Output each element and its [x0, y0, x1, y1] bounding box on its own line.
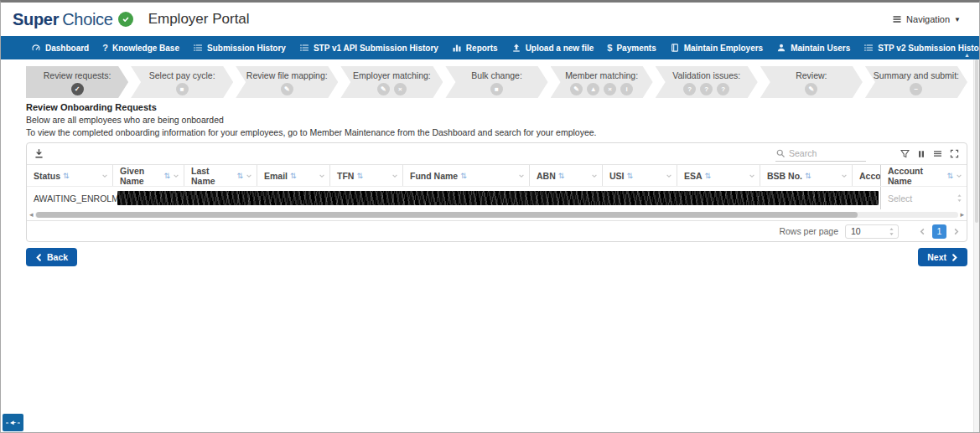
nav-item-reports[interactable]: Reports	[452, 43, 498, 53]
sort-icon[interactable]: ⇅	[63, 172, 70, 180]
column-menu-icon[interactable]	[956, 173, 962, 179]
column-menu-icon[interactable]	[246, 173, 252, 179]
step-select-pay-cycle[interactable]: Select pay cycle: ■	[131, 66, 233, 98]
sort-icon[interactable]: ⇅	[946, 172, 953, 180]
column-menu-icon[interactable]	[319, 173, 325, 179]
step-review-file-mapping[interactable]: Review file mapping: ✎	[236, 66, 338, 98]
list-icon	[863, 43, 874, 53]
column-header-email[interactable]: Email ⇅	[257, 165, 329, 186]
caret-up-icon[interactable]: ▲	[964, 52, 970, 58]
nav-item-label: Dashboard	[45, 44, 89, 53]
nav-item-maintain-users[interactable]: Maintain Users	[776, 43, 850, 53]
nav-item-dashboard[interactable]: Dashboard	[31, 43, 89, 53]
table-search[interactable]	[775, 147, 866, 162]
step-review-requests[interactable]: Review requests: ✓	[26, 66, 128, 98]
vertical-scrollbar-thumb[interactable]	[975, 59, 978, 223]
column-menu-icon[interactable]	[173, 173, 179, 179]
column-menu-icon[interactable]	[749, 173, 755, 179]
step-validation-issues[interactable]: Validation issues: ? ? ?	[656, 66, 758, 98]
column-header-account-name-pinned[interactable]: Account Name ⇅	[880, 165, 967, 186]
scroll-right-arrow-icon[interactable]: ▸	[960, 211, 964, 219]
widget-launcher-button[interactable]	[3, 414, 23, 431]
rows-per-page-input[interactable]	[851, 226, 879, 236]
step-member-matching[interactable]: Member matching: ✎ ▲ × i	[551, 66, 653, 98]
nav-item-knowledge-base[interactable]: ? Knowledge Base	[102, 44, 179, 53]
spinner-icon[interactable]	[889, 227, 894, 236]
next-page-button[interactable]	[952, 228, 960, 235]
column-menu-icon[interactable]	[841, 173, 848, 179]
table-toolbar	[27, 143, 967, 164]
step-review[interactable]: Review: ✎	[760, 66, 863, 98]
caret-down-icon: ▼	[954, 16, 961, 23]
nav-item-maintain-employers[interactable]: Maintain Employers	[670, 43, 763, 53]
back-button[interactable]: Back	[26, 248, 77, 266]
nav-item-label: Reports	[466, 44, 498, 53]
sort-icon[interactable]: ⇅	[290, 172, 297, 180]
column-header-tfn[interactable]: TFN ⇅	[329, 165, 402, 186]
column-header-last-name[interactable]: Last Name ⇅	[184, 165, 257, 186]
step-summary-and-submit[interactable]: Summary and submit: −	[865, 66, 967, 98]
nav-item-label: Submission History	[207, 44, 286, 53]
back-button-label: Back	[47, 252, 68, 262]
rows-per-page-select[interactable]	[845, 224, 899, 239]
nav-item-payments[interactable]: $ Payments	[607, 44, 656, 53]
step-status-dot: ✎	[281, 83, 293, 95]
sort-icon[interactable]: ⇅	[627, 172, 634, 180]
filter-icon[interactable]	[900, 148, 910, 159]
step-bulk-change[interactable]: Bulk change: ■	[445, 66, 547, 98]
column-label: BSB No.	[767, 171, 802, 181]
rows-per-page-label: Rows per page	[779, 226, 838, 236]
density-menu-icon[interactable]	[932, 148, 943, 159]
step-status-dot: ?	[683, 83, 696, 95]
scroll-left-arrow-icon[interactable]: ◂	[29, 211, 34, 219]
download-icon[interactable]	[34, 148, 44, 159]
navigation-menu-button[interactable]: Navigation ▼	[892, 14, 961, 24]
nav-item-upload-a-new-file[interactable]: Upload a new file	[511, 43, 594, 53]
sort-icon[interactable]: ⇅	[356, 172, 363, 180]
column-header-status[interactable]: Status ⇅	[27, 165, 112, 186]
fullscreen-icon[interactable]	[949, 148, 960, 159]
column-header-abn[interactable]: ABN ⇅	[529, 165, 602, 186]
onboarding-requests-table: Status ⇅ Given Name ⇅ Last Name ⇅ Email …	[26, 142, 967, 242]
column-menu-icon[interactable]	[391, 173, 398, 179]
sort-icon[interactable]: ⇅	[705, 172, 712, 180]
search-input[interactable]	[789, 148, 856, 158]
page-vertical-scrollbar[interactable]	[973, 59, 979, 432]
sort-icon[interactable]: ⇅	[460, 172, 467, 180]
sort-icon[interactable]: ⇅	[236, 172, 243, 180]
account-name-cell[interactable]: Select	[880, 187, 967, 209]
column-label: Accou	[859, 171, 880, 181]
column-menu-icon[interactable]	[666, 173, 672, 179]
previous-page-button[interactable]	[919, 228, 926, 235]
column-header-given-name[interactable]: Given Name ⇅	[112, 165, 184, 186]
horizontal-scrollbar[interactable]: ◂ ▸	[29, 211, 964, 219]
nav-item-stp-v1-api-submission-history[interactable]: STP v1 API Submission History	[299, 43, 438, 53]
column-header-esa[interactable]: ESA ⇅	[677, 165, 760, 186]
scrollbar-thumb[interactable]	[36, 212, 858, 218]
nav-item-stp-v2-submission-history[interactable]: STP v2 Submission History	[863, 43, 980, 53]
step-employer-matching[interactable]: Employer matching: ✎ ×	[340, 66, 443, 98]
select-spinner-icon[interactable]	[957, 193, 962, 203]
column-menu-icon[interactable]	[518, 173, 525, 179]
column-header-account-truncated[interactable]: Accou	[852, 165, 880, 186]
columns-icon[interactable]	[916, 149, 926, 159]
intro-section: Review Onboarding Requests Below are all…	[26, 102, 967, 138]
column-header-usi[interactable]: USI ⇅	[602, 165, 677, 186]
column-header-bsb-no[interactable]: BSB No. ⇅	[760, 165, 852, 186]
sort-icon[interactable]: ⇅	[805, 172, 811, 180]
step-status-dot: ×	[394, 83, 407, 95]
step-status-dot: ✎	[570, 83, 583, 95]
search-icon	[775, 148, 786, 158]
nav-item-label: Maintain Employers	[684, 44, 763, 53]
sort-icon[interactable]: ⇅	[163, 172, 170, 180]
nav-item-submission-history[interactable]: Submission History	[193, 43, 286, 53]
column-header-fund-name[interactable]: Fund Name ⇅	[402, 165, 529, 186]
page-number-button[interactable]: 1	[932, 224, 946, 239]
table-row[interactable]: AWAITING_ENROLMENT Select	[27, 186, 967, 209]
scrollbar-track[interactable]	[35, 212, 959, 218]
column-menu-icon[interactable]	[591, 173, 598, 179]
sort-icon[interactable]: ⇅	[558, 172, 565, 180]
column-label: Status	[34, 171, 60, 181]
next-button[interactable]: Next	[918, 248, 967, 266]
column-menu-icon[interactable]	[101, 173, 108, 179]
